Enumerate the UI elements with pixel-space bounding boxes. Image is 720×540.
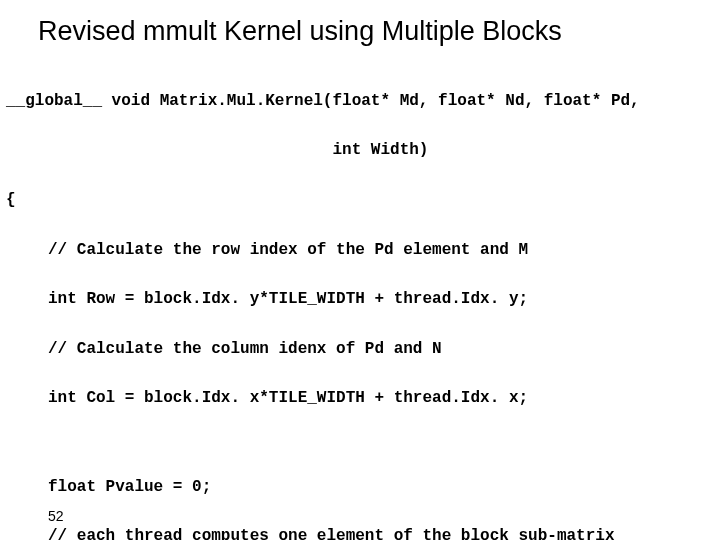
slide-title: Revised mmult Kernel using Multiple Bloc… (38, 16, 562, 47)
code-line: float Pvalue = 0; (6, 475, 710, 500)
code-line: // Calculate the column idenx of Pd and … (6, 337, 710, 362)
code-line: // each thread computes one element of t… (6, 524, 710, 540)
code-line: { (6, 188, 710, 213)
blank-line (6, 436, 710, 450)
code-line: int Row = block.Idx. y*TILE_WIDTH + thre… (6, 287, 710, 312)
page-number: 52 (48, 508, 64, 524)
code-line: // Calculate the row index of the Pd ele… (6, 238, 710, 263)
code-line: __global__ void Matrix.Mul.Kernel(float*… (6, 89, 710, 114)
code-line: int Width) (6, 138, 710, 163)
code-block: __global__ void Matrix.Mul.Kernel(float*… (6, 64, 710, 540)
code-line: int Col = block.Idx. x*TILE_WIDTH + thre… (6, 386, 710, 411)
slide: Revised mmult Kernel using Multiple Bloc… (0, 0, 720, 540)
